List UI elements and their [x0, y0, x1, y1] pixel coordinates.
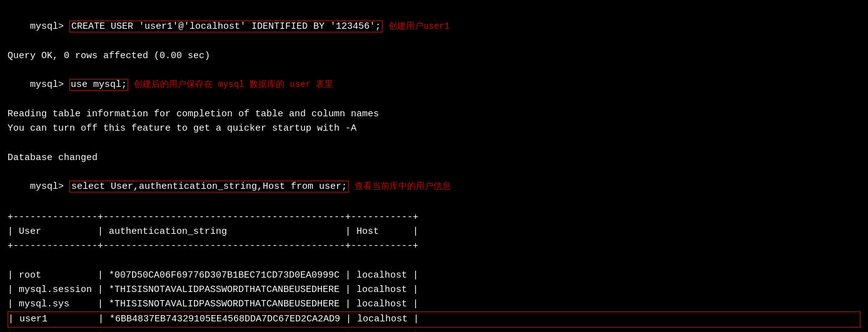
- select-line: mysql> select User,authentication_string…: [8, 165, 860, 209]
- divider-bot: +---------------+-----------------------…: [8, 328, 860, 333]
- table-header: | User | authentication_string | Host |: [8, 224, 860, 239]
- use-mysql-comment: 创建后的用户保存在 mysql 数据库的 user 表里: [134, 79, 333, 89]
- create-user-line: mysql> CREATE USER 'user1'@'localhost' I…: [8, 5, 860, 49]
- create-user-comment: 创建用户user1: [388, 21, 450, 31]
- prompt-1: mysql>: [30, 21, 69, 32]
- data-row-mysql-session: | mysql.session | *THISISNOTAVALIDPASSWO…: [8, 283, 860, 297]
- use-mysql-line: mysql> use mysql; 创建后的用户保存在 mysql 数据库的 u…: [8, 63, 860, 107]
- select-comment: 查看当前库中的用户信息: [355, 181, 451, 191]
- terminal-output: mysql> CREATE USER 'user1'@'localhost' I…: [8, 5, 860, 332]
- prompt-8: mysql>: [30, 181, 69, 192]
- turn-off-line: You can turn off this feature to get a q…: [8, 121, 860, 136]
- data-row-root: | root | *007D50CA06F69776D307B1BEC71CD7…: [8, 268, 860, 283]
- data-row-mysql-sys: | mysql.sys | *THISISNOTAVALIDPASSWORDTH…: [8, 297, 860, 311]
- row-blank: [8, 253, 860, 268]
- db-changed-line: Database changed: [8, 151, 860, 165]
- select-cmd: select User,authentication_string,Host f…: [69, 181, 349, 193]
- reading-table-line: Reading table information for completion…: [8, 107, 860, 121]
- create-user-cmd: CREATE USER 'user1'@'localhost' IDENTIFI…: [69, 21, 383, 33]
- divider-top: +---------------+-----------------------…: [8, 210, 860, 224]
- use-mysql-cmd: use mysql;: [69, 79, 128, 91]
- divider-mid: +---------------+-----------------------…: [8, 239, 860, 253]
- result-table: +---------------+-----------------------…: [8, 210, 860, 333]
- query-ok-line: Query OK, 0 rows affected (0.00 sec): [8, 49, 860, 63]
- data-row-user1: | user1 | *6BB4837EB74329105EE4568DDA7DC…: [8, 311, 860, 327]
- blank-line-1: [8, 136, 860, 150]
- prompt-3: mysql>: [30, 79, 69, 90]
